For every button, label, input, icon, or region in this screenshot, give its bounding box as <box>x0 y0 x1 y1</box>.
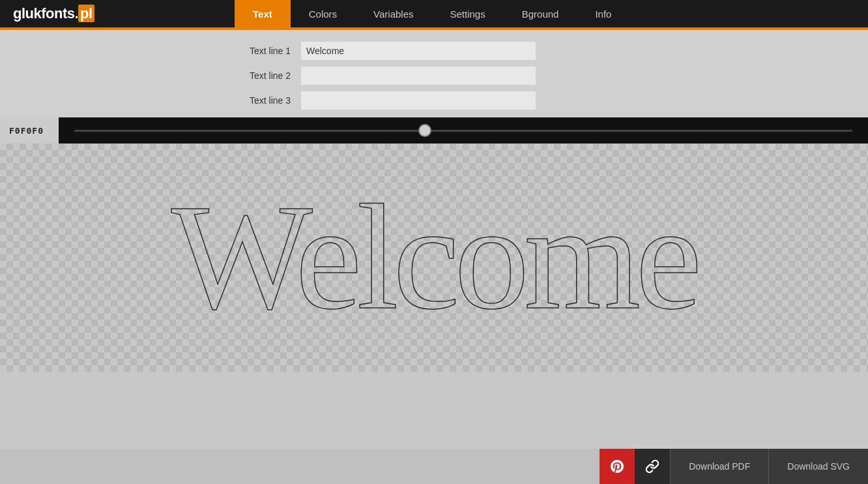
text-line-2-label: Text line 2 <box>206 70 291 81</box>
nav-tabs: Text Colors Variables Settings Bground I… <box>235 0 629 27</box>
size-slider[interactable] <box>74 130 852 132</box>
controls-panel: Text line 1 Text line 2 Text line 3 F0F0… <box>0 30 868 144</box>
preview-text: Welcome <box>171 183 697 333</box>
logo-pl-badge: pl <box>78 5 94 22</box>
hex-label: F0F0F0 <box>0 117 59 144</box>
text-line-3-row: Text line 3 <box>206 91 662 110</box>
slider-container <box>59 130 868 132</box>
link-button[interactable] <box>635 449 670 484</box>
slider-row: F0F0F0 <box>0 117 868 144</box>
tab-bground[interactable]: Bground <box>504 0 577 27</box>
text-line-1-input[interactable] <box>301 42 536 60</box>
tab-settings[interactable]: Settings <box>432 0 504 27</box>
text-line-2-row: Text line 2 <box>206 67 662 85</box>
text-line-3-label: Text line 3 <box>206 95 291 106</box>
pinterest-icon <box>609 459 625 474</box>
controls-inner: Text line 1 Text line 2 Text line 3 <box>206 42 662 110</box>
header: glukfonts.pl Text Colors Variables Setti… <box>0 0 868 27</box>
download-pdf-button[interactable]: Download PDF <box>670 449 768 484</box>
link-icon <box>645 459 659 474</box>
logo-text: glukfonts.pl <box>13 5 94 22</box>
text-line-1-label: Text line 1 <box>206 46 291 56</box>
tab-text[interactable]: Text <box>235 0 291 27</box>
download-svg-button[interactable]: Download SVG <box>768 449 868 484</box>
text-line-2-input[interactable] <box>301 67 536 85</box>
logo-area: glukfonts.pl <box>0 0 235 27</box>
logo-text-main: glukfonts. <box>13 5 78 22</box>
footer: Download PDF Download SVG <box>0 449 868 484</box>
text-line-3-input[interactable] <box>301 91 536 110</box>
text-line-1-row: Text line 1 <box>206 42 662 60</box>
tab-colors[interactable]: Colors <box>291 0 355 27</box>
tab-variables[interactable]: Variables <box>355 0 431 27</box>
tab-info[interactable]: Info <box>577 0 629 27</box>
pinterest-button[interactable] <box>600 449 635 484</box>
preview-area: Welcome <box>0 144 868 372</box>
